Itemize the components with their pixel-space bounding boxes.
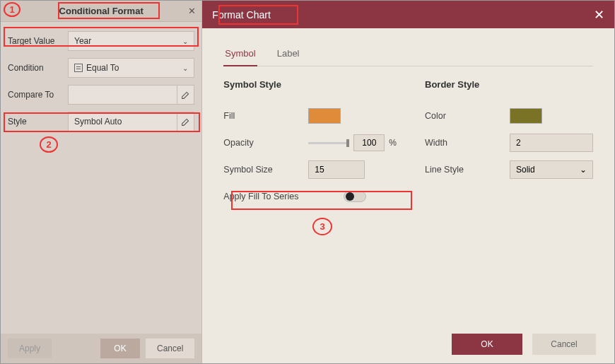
opacity-input[interactable] bbox=[353, 134, 385, 151]
border-color-label: Color bbox=[425, 111, 510, 121]
border-style-column: Border Style Color Width Line Style Soli… bbox=[425, 79, 593, 210]
compare-to-input[interactable] bbox=[68, 85, 194, 105]
style-input[interactable]: Symbol Auto bbox=[68, 112, 194, 131]
symbol-size-label: Symbol Size bbox=[223, 165, 308, 175]
cancel-button[interactable]: Cancel bbox=[146, 339, 194, 358]
fill-label: Fill bbox=[223, 111, 308, 121]
condition-text: Equal To bbox=[86, 63, 119, 73]
left-panel-title: Conditional Format bbox=[59, 6, 144, 16]
condition-label: Condition bbox=[8, 63, 68, 73]
symbol-style-heading: Symbol Style bbox=[223, 79, 397, 90]
condition-row: Condition Equal To ⌄ bbox=[8, 54, 194, 81]
right-footer: OK Cancel bbox=[202, 324, 614, 363]
right-header: Format Chart ✕ bbox=[202, 1, 614, 28]
tab-label[interactable]: Label bbox=[276, 44, 301, 66]
conditional-format-panel: Conditional Format ✕ Target Value Year ⌄… bbox=[1, 1, 201, 363]
apply-button[interactable]: Apply bbox=[8, 339, 52, 358]
line-style-select[interactable]: Solid ⌄ bbox=[510, 160, 593, 179]
fill-color-swatch[interactable] bbox=[308, 108, 341, 124]
right-title: Format Chart bbox=[212, 9, 270, 20]
style-row: Style Symbol Auto bbox=[8, 108, 194, 135]
compare-to-row: Compare To bbox=[8, 81, 194, 108]
border-width-input[interactable] bbox=[510, 134, 593, 152]
line-style-label: Line Style bbox=[425, 165, 510, 175]
cancel-button[interactable]: Cancel bbox=[532, 334, 596, 355]
border-color-swatch[interactable] bbox=[510, 108, 542, 124]
close-icon[interactable]: ✕ bbox=[188, 6, 196, 16]
border-width-label: Width bbox=[425, 138, 510, 148]
tab-symbol[interactable]: Symbol bbox=[223, 44, 257, 66]
edit-icon[interactable] bbox=[177, 86, 194, 104]
chevron-down-icon: ⌄ bbox=[580, 165, 587, 175]
target-value-row: Target Value Year ⌄ bbox=[8, 28, 194, 54]
left-footer: Apply OK Cancel bbox=[1, 334, 201, 363]
opacity-label: Opacity bbox=[223, 138, 308, 148]
apply-fill-label: Apply Fill To Series bbox=[223, 192, 344, 201]
opacity-slider[interactable] bbox=[308, 142, 349, 144]
symbol-style-column: Symbol Style Fill Opacity % bbox=[223, 79, 397, 210]
condition-select[interactable]: Equal To ⌄ bbox=[68, 58, 194, 78]
line-style-text: Solid bbox=[516, 165, 535, 175]
target-value-label: Target Value bbox=[8, 36, 68, 46]
symbol-size-input[interactable] bbox=[308, 160, 365, 179]
target-value-select[interactable]: Year ⌄ bbox=[68, 31, 194, 51]
compare-to-label: Compare To bbox=[8, 90, 68, 100]
edit-icon[interactable] bbox=[177, 112, 194, 131]
chevron-down-icon: ⌄ bbox=[182, 64, 188, 72]
equal-to-icon bbox=[74, 64, 83, 72]
style-text: Symbol Auto bbox=[74, 117, 122, 127]
ok-button[interactable]: OK bbox=[100, 339, 140, 358]
style-label: Style bbox=[8, 117, 68, 127]
left-panel-header: Conditional Format ✕ bbox=[1, 1, 201, 22]
close-icon[interactable]: ✕ bbox=[594, 7, 604, 23]
border-style-heading: Border Style bbox=[425, 79, 593, 90]
target-value-text: Year bbox=[74, 36, 91, 46]
chevron-down-icon: ⌄ bbox=[182, 37, 188, 45]
format-chart-dialog: Format Chart ✕ Symbol Label Symbol Style… bbox=[201, 1, 614, 363]
apply-fill-toggle[interactable] bbox=[344, 191, 366, 202]
opacity-unit: % bbox=[389, 138, 397, 148]
tabs: Symbol Label bbox=[223, 44, 593, 66]
ok-button[interactable]: OK bbox=[452, 334, 522, 355]
